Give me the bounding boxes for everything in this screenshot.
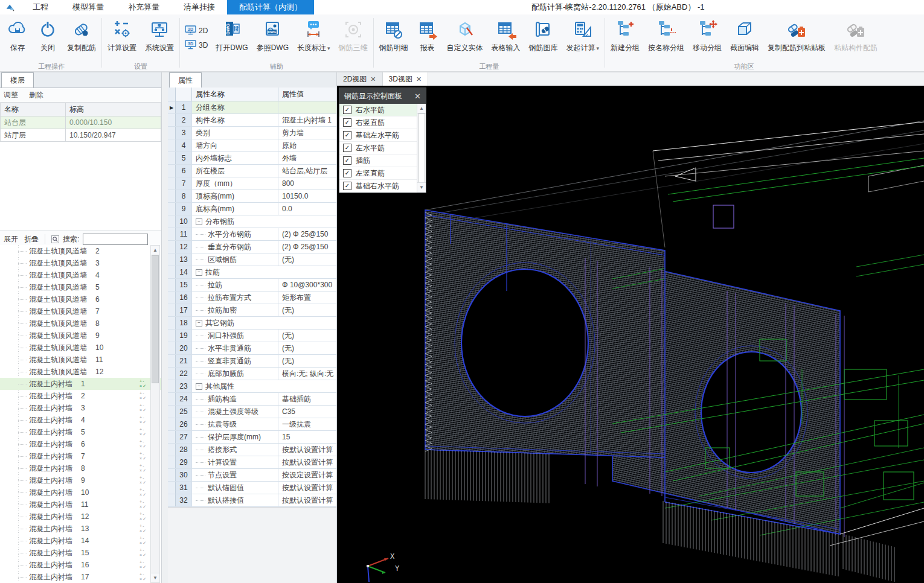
new-group-button[interactable]: 新建分组 (606, 16, 644, 53)
property-group-row[interactable]: −拉筋 (192, 266, 336, 278)
property-value[interactable]: 按默认设置计算 (278, 444, 336, 456)
rebar-library-button[interactable]: 钢筋图库 (525, 16, 562, 53)
property-row[interactable]: 2构件名称混凝土内衬墙 1 (168, 114, 336, 127)
scroll-down-icon[interactable]: ▼ (151, 573, 159, 582)
collapse-group-icon[interactable]: − (196, 218, 202, 225)
property-value[interactable]: 原始 (278, 139, 336, 151)
property-row[interactable]: 4墙方向原始 (168, 139, 336, 152)
tree-item[interactable]: 混凝土轨顶风道墙2 (0, 245, 161, 257)
tree-item[interactable]: 混凝土内衬墙7+- ×✓ (0, 450, 161, 462)
property-row[interactable]: 24插筋构造基础插筋 (168, 393, 336, 406)
property-value[interactable]: 10150.0 (278, 190, 336, 202)
property-value[interactable] (278, 101, 336, 113)
rebar-type-checkbox[interactable]: ✓ (343, 118, 351, 127)
view-3d-button[interactable]: 3D3D (185, 38, 208, 53)
property-value[interactable]: (无) (278, 355, 336, 367)
property-row[interactable]: 17拉筋加密(无) (168, 304, 336, 317)
property-row[interactable]: 7厚度（mm）800 (168, 177, 336, 190)
property-group-row[interactable]: −其他属性 (192, 380, 336, 392)
property-value[interactable]: 剪力墙 (278, 127, 336, 139)
floor-elevation[interactable]: 0.000/10.150 (66, 116, 161, 129)
3d-viewport[interactable]: XY 钢筋显示控制面板 ✕ ✓右水平筋✓右竖直筋✓基础左水平筋✓左水平筋✓插筋✓… (337, 86, 924, 583)
property-value[interactable]: (无) (278, 330, 336, 342)
property-value[interactable]: (无) (278, 253, 336, 266)
rebar-type-row[interactable]: ✓基础右水平筋 (339, 180, 426, 193)
tree-item[interactable]: 混凝土轨顶风道墙6 (0, 293, 161, 305)
tree-item[interactable]: 混凝土内衬墙4+- ×✓ (0, 414, 161, 426)
property-value[interactable]: 15 (278, 431, 336, 443)
property-row[interactable]: 9底标高(mm)0.0 (168, 203, 336, 215)
rebar-type-row[interactable]: ✓右水平筋 (339, 104, 426, 116)
rebar-detail-button[interactable]: 钢筋明细 (375, 16, 412, 53)
tree-item[interactable]: 混凝土轨顶风道墙4 (0, 269, 161, 281)
rebar-type-row[interactable]: ✓左水平筋 (339, 142, 426, 155)
panel-splitter[interactable] (162, 72, 168, 583)
property-row[interactable]: 26抗震等级一级抗震 (168, 418, 336, 431)
floor-name[interactable]: 站厅层 (1, 129, 66, 142)
group-by-name-button[interactable]: 按名称分组 (644, 16, 688, 53)
property-row[interactable]: 23−其他属性 (168, 380, 336, 393)
property-row[interactable]: 14−拉筋 (168, 266, 336, 279)
property-value[interactable]: 基础插筋 (278, 393, 336, 405)
rebar-type-checkbox[interactable]: ✓ (343, 156, 351, 165)
tree-item[interactable]: 混凝土内衬墙11+- ×✓ (0, 499, 161, 511)
ref-dwg-button[interactable]: DWG参照DWG (252, 16, 293, 53)
floor-row[interactable]: 站厅层10.150/20.947 (1, 129, 161, 142)
property-value[interactable]: 按默认设置计算 (278, 482, 336, 494)
rebar-panel-close-icon[interactable]: ✕ (414, 92, 421, 101)
property-row[interactable]: 22底部加腋筋横向:无; 纵向:无 (168, 368, 336, 380)
tree-item[interactable]: 混凝土内衬墙10+- ×✓ (0, 486, 161, 499)
property-row[interactable]: 11水平分布钢筋(2) Φ 25@150 (168, 228, 336, 241)
property-row[interactable]: 32默认搭接值按默认设置计算 (168, 494, 336, 507)
rebar-type-checkbox[interactable]: ✓ (343, 144, 351, 152)
property-row[interactable]: 16拉筋布置方式矩形布置 (168, 292, 336, 304)
scroll-up-icon[interactable]: ▲ (417, 104, 426, 113)
property-group-row[interactable]: −分布钢筋 (192, 215, 336, 228)
rebar-type-checkbox[interactable]: ✓ (343, 182, 351, 190)
menu-tab-item[interactable]: 清单挂接 (172, 0, 227, 14)
property-row[interactable]: 8顶标高(mm)10150.0 (168, 190, 336, 203)
collapse-group-icon[interactable]: − (196, 383, 202, 390)
tab-floors[interactable]: 楼层 (1, 72, 34, 88)
view-2d-button[interactable]: 2D2D (185, 24, 208, 38)
tree-scrollbar[interactable]: ▲ ▼ (150, 245, 160, 583)
property-row[interactable]: 15拉筋Φ 10@300*300 (168, 279, 336, 292)
property-row[interactable]: 19洞口补强筋(无) (168, 330, 336, 342)
calc-settings-button[interactable]: 计算设置 (103, 16, 141, 53)
rebar-type-row[interactable]: ✓右竖直筋 (339, 116, 426, 129)
delete-button[interactable]: 删除 (29, 90, 43, 100)
tree-item[interactable]: 混凝土内衬墙13+- ×✓ (0, 523, 161, 535)
property-row[interactable]: ▶1分组名称 (168, 101, 336, 114)
rebar-panel-header[interactable]: 钢筋显示控制面板 ✕ (339, 88, 426, 104)
property-row[interactable]: 12垂直分布钢筋(2) Φ 25@150 (168, 241, 336, 253)
adjust-button[interactable]: 调整 (4, 90, 18, 100)
collapse-button[interactable]: 折叠 (24, 234, 39, 244)
tab-properties[interactable]: 属性 (169, 72, 202, 88)
property-value[interactable]: C35 (278, 406, 336, 418)
tree-item[interactable]: 混凝土内衬墙5+- ×✓ (0, 426, 161, 438)
floor-name[interactable]: 站台层 (1, 116, 66, 129)
tree-item[interactable]: 混凝土内衬墙6+- ×✓ (0, 438, 161, 450)
property-row[interactable]: 28搭接形式按默认设置计算 (168, 444, 336, 456)
copy-rebar-to-clipboard-button[interactable]: 复制配筋到粘贴板 (763, 16, 830, 53)
tree-item[interactable]: 混凝土轨顶风道墙9 (0, 330, 161, 342)
tree-item[interactable]: 混凝土内衬墙9+- ×✓ (0, 474, 161, 486)
close-tab-icon[interactable]: ✕ (370, 75, 376, 83)
tab-2d-view[interactable]: 2D视图✕ (337, 72, 383, 86)
property-row[interactable]: 25混凝土强度等级C35 (168, 406, 336, 418)
property-value[interactable]: 站台层,站厅层 (278, 165, 336, 177)
property-value[interactable]: 800 (278, 177, 336, 190)
tree-item-selected[interactable]: 混凝土内衬墙1+- ×✓ (0, 378, 161, 390)
property-value[interactable]: (2) Φ 25@150 (278, 228, 336, 240)
property-row[interactable]: 31默认锚固值按默认设置计算 (168, 482, 336, 494)
tree-item[interactable]: 混凝土内衬墙8+- ×✓ (0, 462, 161, 474)
tree-item[interactable]: 混凝土内衬墙15+- ×✓ (0, 547, 161, 559)
property-value[interactable]: (无) (278, 304, 336, 316)
scroll-thumb[interactable] (418, 113, 425, 183)
tree-item[interactable]: 混凝土轨顶风道墙12 (0, 366, 161, 378)
property-row[interactable]: 6所在楼层站台层,站厅层 (168, 165, 336, 177)
property-row[interactable]: 21竖直非贯通筋(无) (168, 355, 336, 368)
property-row[interactable]: 18−其它钢筋 (168, 317, 336, 330)
rebar-type-row[interactable]: ✓基础左水平筋 (339, 129, 426, 142)
property-value[interactable]: (2) Φ 25@150 (278, 241, 336, 253)
